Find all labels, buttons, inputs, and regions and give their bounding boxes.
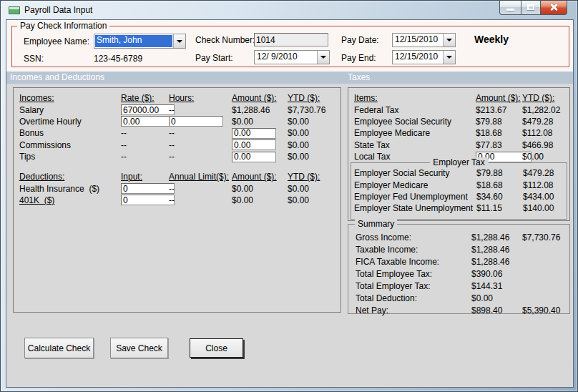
maximize-button[interactable] [521,1,541,15]
pay-date-picker[interactable]: 12/15/2010 [392,33,456,47]
cell-value: -- [169,184,232,194]
row-label: Salary [19,105,121,115]
cell-value: $898.40 [471,305,522,315]
calculate-check-button[interactable]: Calculate Check [24,338,94,358]
column-header: Amount ($): [476,93,522,103]
minimize-button[interactable] [499,1,521,15]
chevron-down-icon [446,56,452,59]
cell-value: -- [169,152,232,162]
commissions-amount-input[interactable] [232,139,276,150]
dropdown-button[interactable] [173,34,185,48]
column-header: Input: [121,172,169,182]
row-label: Gross Income: [356,232,471,242]
summary-group-label: Summary [355,219,397,229]
cell-value: $112.08 [523,180,554,190]
taxes-panel: Items:Amount ($):YTD ($):Federal Tax$213… [348,87,570,221]
chevron-down-icon [320,56,326,59]
pay-end-picker[interactable]: 12/15/2010 [392,50,456,64]
cell-value: $0.00 [288,128,325,138]
overtime-rate-input[interactable] [121,116,175,127]
cell-value: $140.00 [523,203,554,213]
column-header: Deductions: [19,172,121,182]
row-label: FICA Taxable Income: [356,257,471,267]
cell-value: -- [169,140,232,150]
taxes-table: Items:Amount ($):YTD ($):Federal Tax$213… [354,92,560,162]
taxes-section-header: Taxes [348,72,370,82]
cell-value: $1,288.46 [471,232,522,242]
incomes-deductions-panel: Incomes:Rate ($):Hours:Amount ($):YTD ($… [13,87,341,313]
cell-value: $1,288.46 [471,245,522,255]
row-label: Federal Tax [354,105,476,115]
cell-value: $7,730.76 [522,232,560,242]
cell-value: $0.00 [288,140,325,150]
overtime-hours-input[interactable] [169,116,223,127]
summary-groupbox: Summary Gross Income:$1,288.46$7,730.76T… [348,224,570,314]
cell-value: $466.98 [522,140,560,150]
tips-amount-input[interactable] [232,152,276,162]
minimize-icon [506,9,514,11]
app-icon [9,6,20,14]
column-header: YTD ($): [288,93,325,103]
401k-input[interactable] [121,195,175,205]
employee-name-select[interactable]: Smith, John [94,34,186,49]
paycheck-info-groupbox: Pay Check Information Employee Name: Smi… [11,26,569,67]
close-icon [550,4,557,11]
cell-value: $1,282.02 [522,105,560,115]
bonus-amount-input[interactable] [232,128,276,139]
row-label: Employer Medicare [354,180,476,190]
employee-name-value: Smith, John [95,35,172,47]
salary-rate-input[interactable] [121,104,175,115]
section-header-bar: Incomes and Deductions Taxes [6,72,573,84]
column-header: Amount ($): [232,93,288,103]
paycheck-info-strip: Pay Check Information Employee Name: Smi… [6,20,573,72]
cell-value: -- [169,128,232,138]
maximize-icon [527,4,534,10]
pay-end-value: 12/15/2010 [393,51,443,64]
row-label: Employee Medicare [354,128,476,138]
pay-start-picker[interactable]: 12/ 9/2010 [254,50,330,64]
employee-name-label: Employee Name: [24,36,89,46]
row-label: 401K ($) [19,195,121,205]
pay-start-label: Pay Start: [195,53,233,63]
check-number-label: Check Number: [195,35,255,45]
caption-buttons [499,1,567,15]
summary-table: Gross Income:$1,288.46$7,730.76Taxable I… [356,232,560,316]
cell-value: $213.67 [476,105,522,115]
dropdown-button[interactable] [443,34,455,46]
cell-value: $79.88 [476,168,523,178]
ssn-label: SSN: [24,54,44,64]
dropdown-button[interactable] [317,51,329,64]
close-button[interactable]: Close [190,338,243,358]
deductions-table: Deductions:Input:Annual Limit($):Amount … [19,171,320,206]
chevron-down-icon [177,40,182,43]
paycheck-info-group-label: Pay Check Information [17,21,109,31]
pay-start-value: 12/ 9/2010 [255,51,317,64]
payroll-window: Payroll Data Input Pay Check Information… [0,0,578,392]
column-header: Rate ($): [121,93,169,103]
check-number-input[interactable] [254,33,328,46]
row-label: Employer State Unemployment [354,203,476,213]
employer-tax-group-label: Employer Tax [429,157,488,167]
cell-value: $79.88 [476,117,522,127]
ssn-value: 123-45-6789 [94,54,142,64]
cell-value: -- [121,128,169,138]
cell-value: $0.00 [288,184,320,194]
close-window-button[interactable] [541,1,567,15]
pay-date-label: Pay Date: [341,35,379,45]
cell-value: $0.00 [522,152,560,162]
row-label: Employer Fed Unemployment [354,192,476,202]
cell-value: $434.00 [523,192,554,202]
row-label: Bonus [19,128,121,138]
column-header: Annual Limit($): [169,172,232,182]
pay-date-value: 12/15/2010 [393,34,443,46]
cell-value: $144.31 [471,281,522,291]
health-insurance-input[interactable] [121,183,175,194]
cell-value: $0.00 [288,195,320,205]
cell-value: $5,390.40 [522,305,560,315]
cell-value: $34.60 [476,192,523,202]
row-label: Employer Social Security [354,168,476,178]
cell-value: $0.00 [232,117,288,127]
row-label: Taxable Income: [356,245,471,255]
save-check-button[interactable]: Save Check [110,338,168,358]
dropdown-button[interactable] [443,51,455,64]
